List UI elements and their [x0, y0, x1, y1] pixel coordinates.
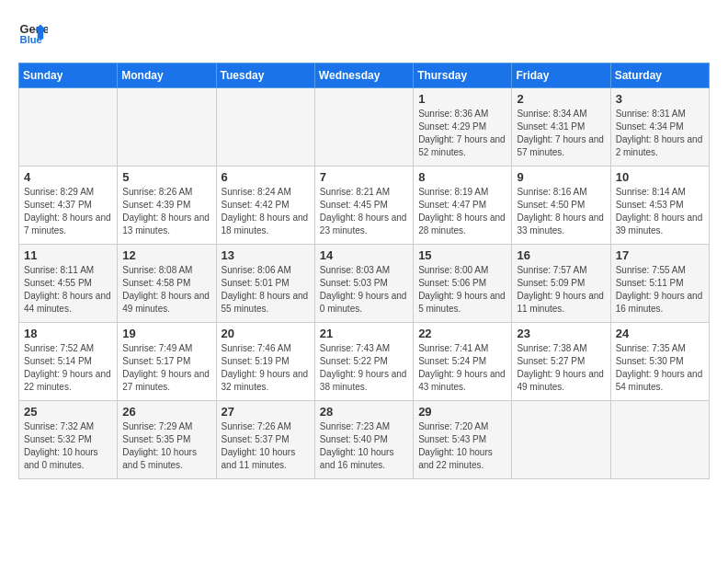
calendar-cell: 2Sunrise: 8:34 AMSunset: 4:31 PMDaylight…	[512, 88, 610, 167]
day-number: 19	[122, 327, 210, 340]
day-number: 17	[616, 248, 704, 262]
calendar-cell: 6Sunrise: 8:24 AMSunset: 4:42 PMDaylight…	[216, 167, 314, 245]
day-number: 5	[122, 170, 210, 184]
day-number: 1	[418, 92, 506, 106]
day-number: 23	[517, 327, 605, 340]
calendar-table: SundayMondayTuesdayWednesdayThursdayFrid…	[18, 63, 710, 479]
day-info: Sunrise: 8:06 AMSunset: 5:01 PMDaylight:…	[222, 264, 310, 316]
day-info: Sunrise: 8:31 AMSunset: 4:34 PMDaylight:…	[616, 108, 704, 159]
col-header-sunday: Sunday	[19, 63, 118, 88]
day-number: 22	[418, 327, 506, 340]
day-number: 3	[616, 92, 704, 106]
logo: General Blue	[18, 18, 53, 48]
day-number: 26	[122, 405, 210, 419]
col-header-thursday: Thursday	[414, 63, 512, 88]
day-info: Sunrise: 7:43 AMSunset: 5:22 PMDaylight:…	[320, 342, 408, 394]
week-row-5: 25Sunrise: 7:32 AMSunset: 5:32 PMDayligh…	[19, 401, 710, 479]
day-number: 7	[320, 170, 408, 184]
day-info: Sunrise: 7:38 AMSunset: 5:27 PMDaylight:…	[517, 342, 605, 394]
calendar-cell: 22Sunrise: 7:41 AMSunset: 5:24 PMDayligh…	[414, 323, 512, 401]
day-info: Sunrise: 7:52 AMSunset: 5:14 PMDaylight:…	[24, 342, 112, 394]
calendar-cell: 7Sunrise: 8:21 AMSunset: 4:45 PMDaylight…	[314, 167, 413, 245]
day-info: Sunrise: 7:20 AMSunset: 5:43 PMDaylight:…	[418, 420, 506, 472]
day-info: Sunrise: 8:19 AMSunset: 4:47 PMDaylight:…	[418, 186, 506, 237]
calendar-cell: 27Sunrise: 7:26 AMSunset: 5:37 PMDayligh…	[216, 401, 314, 479]
calendar-cell: 21Sunrise: 7:43 AMSunset: 5:22 PMDayligh…	[314, 323, 413, 401]
day-number: 27	[222, 405, 310, 419]
day-number: 29	[418, 405, 506, 419]
day-info: Sunrise: 7:49 AMSunset: 5:17 PMDaylight:…	[122, 342, 210, 394]
week-row-1: 1Sunrise: 8:36 AMSunset: 4:29 PMDaylight…	[19, 88, 710, 167]
day-number: 8	[418, 170, 506, 184]
day-number: 14	[320, 248, 408, 262]
day-info: Sunrise: 7:23 AMSunset: 5:40 PMDaylight:…	[320, 420, 408, 472]
week-row-2: 4Sunrise: 8:29 AMSunset: 4:37 PMDaylight…	[19, 167, 710, 245]
day-info: Sunrise: 8:11 AMSunset: 4:55 PMDaylight:…	[24, 264, 112, 316]
day-number: 11	[24, 248, 112, 262]
week-row-4: 18Sunrise: 7:52 AMSunset: 5:14 PMDayligh…	[19, 323, 710, 401]
calendar-cell	[610, 401, 709, 479]
calendar-cell: 14Sunrise: 8:03 AMSunset: 5:03 PMDayligh…	[314, 245, 413, 323]
day-info: Sunrise: 8:34 AMSunset: 4:31 PMDaylight:…	[517, 108, 605, 159]
day-info: Sunrise: 8:08 AMSunset: 4:58 PMDaylight:…	[122, 264, 210, 316]
day-number: 18	[24, 327, 112, 340]
calendar-cell: 8Sunrise: 8:19 AMSunset: 4:47 PMDaylight…	[414, 167, 512, 245]
day-number: 13	[222, 248, 310, 262]
calendar-cell	[216, 88, 314, 167]
calendar-cell: 29Sunrise: 7:20 AMSunset: 5:43 PMDayligh…	[414, 401, 512, 479]
day-info: Sunrise: 8:16 AMSunset: 4:50 PMDaylight:…	[517, 186, 605, 237]
calendar-cell: 26Sunrise: 7:29 AMSunset: 5:35 PMDayligh…	[118, 401, 216, 479]
day-info: Sunrise: 7:41 AMSunset: 5:24 PMDaylight:…	[418, 342, 506, 394]
calendar-cell: 5Sunrise: 8:26 AMSunset: 4:39 PMDaylight…	[118, 167, 216, 245]
day-info: Sunrise: 7:32 AMSunset: 5:32 PMDaylight:…	[24, 420, 112, 472]
day-info: Sunrise: 7:29 AMSunset: 5:35 PMDaylight:…	[122, 420, 210, 472]
calendar-cell	[512, 401, 610, 479]
calendar-header-row: SundayMondayTuesdayWednesdayThursdayFrid…	[19, 63, 710, 88]
calendar-cell: 15Sunrise: 8:00 AMSunset: 5:06 PMDayligh…	[414, 245, 512, 323]
calendar-cell: 3Sunrise: 8:31 AMSunset: 4:34 PMDaylight…	[610, 88, 709, 167]
logo-icon: General Blue	[18, 18, 48, 48]
col-header-wednesday: Wednesday	[314, 63, 413, 88]
calendar-cell: 28Sunrise: 7:23 AMSunset: 5:40 PMDayligh…	[314, 401, 413, 479]
calendar-cell: 18Sunrise: 7:52 AMSunset: 5:14 PMDayligh…	[19, 323, 118, 401]
col-header-saturday: Saturday	[610, 63, 709, 88]
day-info: Sunrise: 7:55 AMSunset: 5:11 PMDaylight:…	[616, 264, 704, 316]
calendar-cell	[19, 88, 118, 167]
calendar-cell: 16Sunrise: 7:57 AMSunset: 5:09 PMDayligh…	[512, 245, 610, 323]
day-info: Sunrise: 7:35 AMSunset: 5:30 PMDaylight:…	[616, 342, 704, 394]
day-number: 9	[517, 170, 605, 184]
calendar-cell: 25Sunrise: 7:32 AMSunset: 5:32 PMDayligh…	[19, 401, 118, 479]
day-number: 25	[24, 405, 112, 419]
day-info: Sunrise: 7:26 AMSunset: 5:37 PMDaylight:…	[222, 420, 310, 472]
day-number: 28	[320, 405, 408, 419]
calendar-cell: 19Sunrise: 7:49 AMSunset: 5:17 PMDayligh…	[118, 323, 216, 401]
day-info: Sunrise: 8:21 AMSunset: 4:45 PMDaylight:…	[320, 186, 408, 237]
calendar-cell: 23Sunrise: 7:38 AMSunset: 5:27 PMDayligh…	[512, 323, 610, 401]
day-info: Sunrise: 8:36 AMSunset: 4:29 PMDaylight:…	[418, 108, 506, 159]
day-number: 15	[418, 248, 506, 262]
day-number: 10	[616, 170, 704, 184]
day-number: 2	[517, 92, 605, 106]
day-number: 20	[222, 327, 310, 340]
day-number: 21	[320, 327, 408, 340]
calendar-cell: 11Sunrise: 8:11 AMSunset: 4:55 PMDayligh…	[19, 245, 118, 323]
calendar-cell: 24Sunrise: 7:35 AMSunset: 5:30 PMDayligh…	[610, 323, 709, 401]
calendar-cell: 20Sunrise: 7:46 AMSunset: 5:19 PMDayligh…	[216, 323, 314, 401]
day-info: Sunrise: 8:03 AMSunset: 5:03 PMDaylight:…	[320, 264, 408, 316]
calendar-cell	[118, 88, 216, 167]
day-number: 12	[122, 248, 210, 262]
day-info: Sunrise: 8:14 AMSunset: 4:53 PMDaylight:…	[616, 186, 704, 237]
day-info: Sunrise: 7:46 AMSunset: 5:19 PMDaylight:…	[222, 342, 310, 394]
day-info: Sunrise: 8:26 AMSunset: 4:39 PMDaylight:…	[122, 186, 210, 237]
day-number: 16	[517, 248, 605, 262]
calendar-cell: 1Sunrise: 8:36 AMSunset: 4:29 PMDaylight…	[414, 88, 512, 167]
col-header-monday: Monday	[118, 63, 216, 88]
calendar-cell: 4Sunrise: 8:29 AMSunset: 4:37 PMDaylight…	[19, 167, 118, 245]
col-header-tuesday: Tuesday	[216, 63, 314, 88]
page-header: General Blue	[18, 18, 710, 48]
day-number: 4	[24, 170, 112, 184]
calendar-cell	[314, 88, 413, 167]
day-info: Sunrise: 8:29 AMSunset: 4:37 PMDaylight:…	[24, 186, 112, 237]
day-number: 6	[222, 170, 310, 184]
calendar-cell: 13Sunrise: 8:06 AMSunset: 5:01 PMDayligh…	[216, 245, 314, 323]
